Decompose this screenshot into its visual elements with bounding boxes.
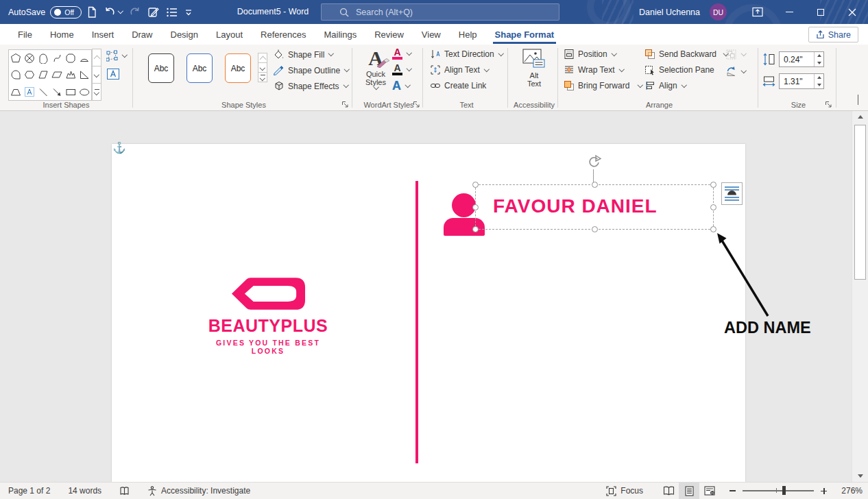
zoom-out-button[interactable]	[730, 490, 736, 491]
name-text[interactable]: FAVOUR DANIEL	[493, 195, 719, 217]
customize-qat-button[interactable]	[184, 8, 193, 17]
shape-text-box-selected[interactable]	[23, 84, 36, 100]
collapse-ribbon-button[interactable]	[858, 95, 858, 105]
gallery-more-button[interactable]	[92, 83, 101, 101]
tab-help[interactable]: Help	[450, 24, 486, 45]
zoom-in-button[interactable]	[821, 488, 827, 494]
text-outline-button[interactable]: A	[392, 64, 411, 75]
shape-parallelogram-narrow[interactable]	[36, 66, 50, 83]
editing-mode-button[interactable]	[147, 6, 160, 19]
brand-logo-tag-icon[interactable]	[230, 276, 306, 312]
brand-name-text[interactable]: BEAUTYPLUS	[200, 316, 337, 336]
spinner-up-button[interactable]	[815, 52, 823, 60]
resize-handle-middle-left[interactable]	[472, 204, 479, 210]
new-document-button[interactable]	[86, 6, 97, 19]
resize-handle-top-right[interactable]	[710, 182, 716, 188]
tab-view[interactable]: View	[413, 24, 450, 45]
shape-arrow[interactable]	[50, 84, 64, 100]
zoom-slider-handle[interactable]	[782, 486, 786, 495]
accessibility-status-button[interactable]: Accessibility: Investigate	[147, 486, 250, 496]
autosave-toggle[interactable]: Off	[50, 6, 82, 19]
spinner-down-button[interactable]	[815, 82, 823, 89]
bullet-list-button[interactable]	[166, 7, 178, 18]
undo-button[interactable]	[104, 6, 123, 19]
scroll-up-button[interactable]	[852, 111, 868, 123]
shape-circle-x[interactable]	[23, 50, 36, 66]
rotate-handle[interactable]	[586, 155, 601, 170]
shape-curve[interactable]	[50, 50, 64, 66]
share-button[interactable]: Share	[808, 27, 858, 42]
spinner-down-button[interactable]	[815, 60, 823, 67]
shape-hexagon[interactable]	[23, 66, 36, 83]
resize-handle-bottom-left[interactable]	[472, 226, 479, 232]
ribbon-display-options-button[interactable]	[742, 0, 773, 24]
page-number-status[interactable]: Page 1 of 2	[8, 486, 50, 496]
avatar[interactable]: DU	[710, 3, 727, 21]
shape-trapezoid[interactable]	[9, 84, 23, 100]
text-effects-button[interactable]: A	[392, 80, 410, 92]
spinner-up-button[interactable]	[815, 74, 823, 82]
word-count-status[interactable]: 14 words	[68, 486, 101, 496]
wrap-text-button[interactable]: Wrap Text	[564, 64, 623, 75]
zoom-level-button[interactable]: 276%	[836, 486, 863, 496]
shape-chord[interactable]	[77, 50, 91, 66]
resize-handle-top-left[interactable]	[472, 182, 479, 188]
edit-shape-button[interactable]	[106, 50, 127, 62]
divider-line-shape[interactable]	[415, 181, 418, 463]
shape-style-preset-3[interactable]: Abc	[225, 53, 251, 83]
tab-layout[interactable]: Layout	[207, 24, 252, 45]
tab-mailings[interactable]: Mailings	[315, 24, 366, 45]
tab-insert[interactable]: Insert	[83, 24, 123, 45]
search-input[interactable]: Search (Alt+Q)	[321, 3, 559, 21]
shape-rounded-blob[interactable]	[36, 50, 50, 66]
tab-draw[interactable]: Draw	[123, 24, 161, 45]
bring-forward-button[interactable]: Bring Forward	[564, 80, 642, 91]
resize-handle-top-middle[interactable]	[592, 182, 598, 188]
shape-effects-button[interactable]: Shape Effects	[273, 80, 348, 92]
tab-shape-format[interactable]: Shape Format	[486, 24, 564, 45]
layout-options-button[interactable]	[721, 182, 743, 205]
shape-line[interactable]	[36, 84, 50, 100]
shape-styles-dialog-launcher[interactable]	[341, 101, 349, 108]
gallery-more-button[interactable]	[258, 72, 267, 82]
position-button[interactable]: Position	[564, 49, 616, 60]
tab-review[interactable]: Review	[365, 24, 413, 45]
shape-right-triangle[interactable]	[77, 66, 91, 83]
text-direction-button[interactable]: Text Direction	[430, 49, 503, 60]
gallery-scroll-up-button[interactable]	[258, 53, 267, 63]
gallery-scroll-up-button[interactable]	[92, 49, 101, 66]
print-layout-button[interactable]	[679, 483, 699, 499]
send-backward-button[interactable]: Send Backward	[644, 49, 728, 60]
shape-style-preset-2[interactable]: Abc	[186, 53, 213, 83]
shape-explosion[interactable]	[64, 66, 77, 83]
proofing-status-button[interactable]	[119, 486, 130, 496]
shape-heptagon[interactable]	[9, 50, 23, 66]
size-dialog-launcher[interactable]	[825, 101, 832, 108]
gallery-scroll-down-button[interactable]	[258, 62, 267, 73]
shape-rectangle[interactable]	[64, 84, 77, 100]
alt-text-button[interactable]: Alt Text	[519, 49, 549, 88]
tab-references[interactable]: References	[252, 24, 315, 45]
wordart-dialog-launcher[interactable]	[413, 101, 420, 108]
scrollbar-thumb[interactable]	[854, 125, 866, 280]
focus-mode-button[interactable]: Focus	[606, 486, 643, 496]
rotate-objects-button[interactable]	[725, 66, 746, 77]
selection-pane-button[interactable]: Selection Pane	[644, 64, 714, 75]
brand-tagline-text[interactable]: GIVES YOU THE BEST LOOKS	[200, 339, 337, 355]
resize-handle-bottom-middle[interactable]	[592, 226, 598, 232]
shape-fill-button[interactable]: Shape Fill	[273, 49, 333, 60]
read-mode-button[interactable]	[658, 483, 679, 499]
shape-octagon-badge[interactable]	[64, 50, 77, 66]
maximize-button[interactable]	[805, 0, 836, 24]
shape-teardrop[interactable]	[9, 66, 23, 83]
shape-parallelogram[interactable]	[50, 66, 64, 83]
draw-text-box-button[interactable]	[106, 67, 120, 81]
align-button[interactable]: Align	[644, 80, 686, 91]
close-button[interactable]	[836, 0, 868, 24]
shape-oval[interactable]	[77, 84, 91, 100]
group-objects-button[interactable]	[725, 49, 746, 60]
tab-home[interactable]: Home	[41, 24, 83, 45]
vertical-scrollbar[interactable]	[852, 111, 868, 482]
redo-button[interactable]	[129, 6, 141, 19]
shape-style-preset-1[interactable]: Abc	[148, 53, 174, 83]
